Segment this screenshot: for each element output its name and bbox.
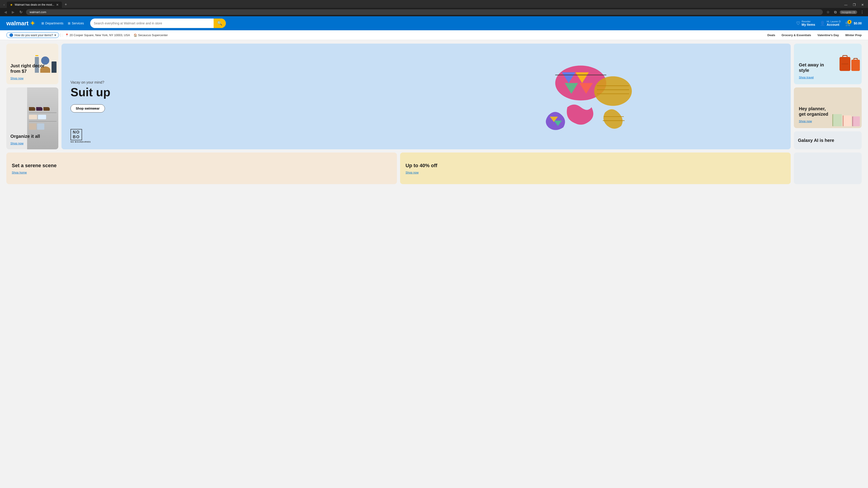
subnav-valentines-link[interactable]: Valentine's Day <box>817 33 839 37</box>
back-button[interactable]: ◀ <box>3 9 8 15</box>
delivery-icon: 🔵 <box>9 33 13 37</box>
hero-promo-card[interactable]: Vacay on your mind? Suit up Shop swimwea… <box>61 43 791 149</box>
percent-promo-card[interactable]: Up to 40% off Shop now <box>400 153 791 184</box>
reorder-text: Reorder My Items <box>802 20 815 26</box>
tab-close-icon[interactable]: ✕ <box>56 3 59 6</box>
window-close-button[interactable]: ✕ <box>860 3 866 6</box>
account-icon: 👤 <box>819 21 825 26</box>
account-small-label: Hi, Lauren D <box>827 20 841 23</box>
window-controls: — ❐ ✕ <box>842 3 866 6</box>
organize-promo-card[interactable]: Organize it all Shop now <box>6 88 58 149</box>
shelf-divider-2 <box>29 121 57 122</box>
tab-favicon-icon: ★ <box>10 3 13 6</box>
search-bar: 🔍 <box>90 19 226 28</box>
shelf-row-2 <box>29 115 57 119</box>
incognito-badge: Incognito (3) <box>840 10 857 14</box>
address-input[interactable] <box>26 9 823 15</box>
cart-button[interactable]: 0 🛒 $0.00 <box>845 20 862 27</box>
percent-card-title: Up to 40% off <box>405 163 785 168</box>
bottom-row: Set a serene scene Shop home Up to 40% o… <box>6 153 862 184</box>
address-bar: ◀ ▶ ↻ ☆ ⧉ Incognito (3) ⋮ <box>0 8 868 16</box>
serene-card-title: Set a serene scene <box>12 163 392 168</box>
services-grid-icon: ⊞ <box>68 22 70 25</box>
forward-button[interactable]: ▶ <box>10 9 16 15</box>
location-info[interactable]: 📍 20 Cooper Square, New York, NY 10003, … <box>63 33 132 37</box>
notebook-visual <box>832 114 860 126</box>
reorder-action[interactable]: ♡ Reorder My Items <box>796 20 815 26</box>
services-nav-item[interactable]: ⊞ Services <box>68 22 84 25</box>
header-nav: ⊞ Departments ⊞ Services <box>41 22 84 25</box>
planner-card-title: Hey planner, get organized <box>799 106 831 117</box>
subnav-deals-link[interactable]: Deals <box>767 33 775 37</box>
hero-brand-sub: NO BOUNDARIES <box>70 141 91 143</box>
hero-brand: NO BO NO BOUNDARIES <box>70 129 91 143</box>
folded-item-1 <box>29 115 37 119</box>
shelf-row-3 <box>29 123 57 130</box>
search-input[interactable] <box>90 19 214 27</box>
notebook-2-icon <box>843 116 851 126</box>
suitcase-handle-icon <box>842 55 847 57</box>
account-large-label: Account <box>827 23 841 26</box>
search-button[interactable]: 🔍 <box>214 19 226 28</box>
browser-actions: ☆ ⧉ Incognito (3) ⋮ <box>825 9 865 15</box>
browser-tab-active[interactable]: ★ Walmart has deals on the most... ✕ <box>7 2 62 8</box>
travel-card-title: Get away in style <box>799 62 831 73</box>
serene-shop-link[interactable]: Shop home <box>12 171 392 174</box>
shoe-2-icon <box>36 107 42 111</box>
tab-title: Walmart has deals on the most... <box>15 3 54 6</box>
browser-chrome: ‹ ★ Walmart has deals on the most... ✕ +… <box>0 0 868 8</box>
tab-back-btn[interactable]: ‹ <box>2 2 6 7</box>
promo-grid: Just right decor from $7 Shop now <box>6 43 862 149</box>
decor-shop-link[interactable]: Shop now <box>10 76 24 80</box>
left-column: Just right decor from $7 Shop now <box>6 43 58 149</box>
delivery-selector[interactable]: 🔵 How do you want your items? ▾ <box>6 32 59 38</box>
location-pin-icon: 📍 <box>65 33 69 37</box>
shoe-1-icon <box>29 107 35 111</box>
departments-grid-icon: ⊞ <box>41 22 44 25</box>
bottom-right-placeholder <box>794 153 862 184</box>
notebook-3-icon <box>852 116 860 126</box>
window-minimize-button[interactable]: — <box>842 3 849 6</box>
walmart-logo[interactable]: walmart ✦ <box>6 20 35 27</box>
bookmark-button[interactable]: ☆ <box>825 9 831 15</box>
chevron-down-icon: ▾ <box>55 33 56 37</box>
subnav-grocery-link[interactable]: Grocery & Essentials <box>782 33 811 37</box>
subnav-winter-link[interactable]: Winter Prep <box>845 33 862 37</box>
swimwear-visual <box>383 48 784 145</box>
cart-badge: 0 <box>847 20 851 24</box>
sub-nav-links: Deals Grocery & Essentials Valentine's D… <box>767 33 862 37</box>
decor-promo-card[interactable]: Just right decor from $7 Shop now <box>6 43 58 84</box>
tab-add-button[interactable]: + <box>63 1 69 8</box>
percent-shop-link[interactable]: Shop now <box>405 171 785 174</box>
galaxy-ai-promo-card[interactable]: Galaxy AI is here <box>794 131 862 149</box>
departments-nav-item[interactable]: ⊞ Departments <box>41 22 63 25</box>
organize-shop-link[interactable]: Shop now <box>10 142 24 145</box>
heart-icon: ♡ <box>796 21 800 26</box>
split-view-button[interactable]: ⧉ <box>833 10 838 15</box>
window-restore-button[interactable]: ❐ <box>851 3 858 6</box>
travel-shop-link[interactable]: Shop travel <box>799 76 814 79</box>
hero-shop-button[interactable]: Shop swimwear <box>70 104 105 112</box>
sub-nav: 🔵 How do you want your items? ▾ | 📍 20 C… <box>0 30 868 40</box>
suitcases-visual <box>839 57 860 71</box>
store-icon: 🏠 <box>133 33 137 37</box>
pipe-separator: | <box>60 33 61 37</box>
header-actions: ♡ Reorder My Items 👤 Hi, Lauren D Accoun… <box>796 20 862 27</box>
svg-point-6 <box>594 76 631 106</box>
main-content: Just right decor from $7 Shop now <box>0 40 868 188</box>
travel-promo-card[interactable]: Get away in style Shop travel <box>794 43 862 84</box>
planner-promo-card[interactable]: Hey planner, get organized Shop now <box>794 88 862 128</box>
cart-price: $0.00 <box>854 22 862 25</box>
planner-shop-link[interactable]: Shop now <box>799 120 812 123</box>
hero-brand-logo: NO BO <box>70 129 82 140</box>
menu-button[interactable]: ⋮ <box>859 9 865 15</box>
bin2-icon <box>37 123 44 130</box>
hero-title: Suit up <box>70 86 369 98</box>
reload-button[interactable]: ↻ <box>18 9 24 15</box>
account-action[interactable]: 👤 Hi, Lauren D Account <box>819 20 841 26</box>
reorder-small-label: Reorder <box>802 20 815 23</box>
store-info[interactable]: 🏠 Secaucus Supercenter <box>133 33 168 37</box>
walmart-header: walmart ✦ ⊞ Departments ⊞ Services 🔍 ♡ R… <box>0 16 868 30</box>
serene-promo-card[interactable]: Set a serene scene Shop home <box>6 153 397 184</box>
folded-item-2 <box>38 115 46 119</box>
